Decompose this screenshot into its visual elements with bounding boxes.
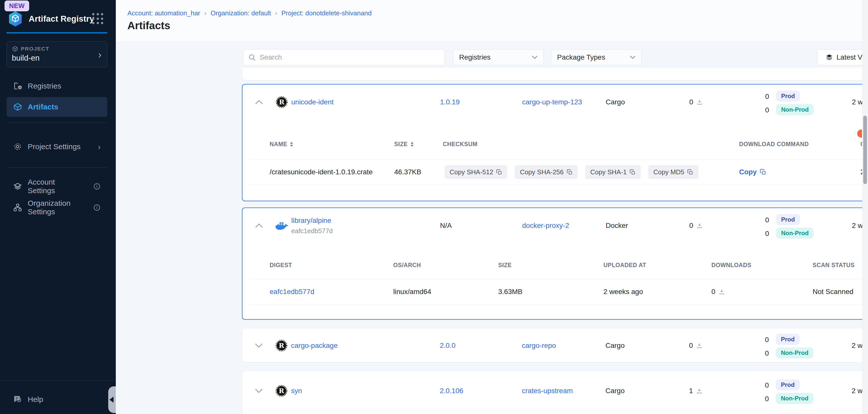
downloads-count: 1 — [689, 387, 693, 395]
non-prod-count: 0 — [759, 349, 769, 357]
chevron-down-icon — [630, 56, 636, 59]
artifact-version: N/A — [440, 221, 452, 230]
sidebar-item-artifacts[interactable]: Artifacts — [6, 97, 107, 117]
sidebar-item-project-settings[interactable]: Project Settings › — [6, 137, 107, 157]
project-selector[interactable]: PROJECT build-en › — [6, 41, 107, 67]
artifact-registry-link[interactable]: cargo-repo — [522, 342, 556, 350]
collapse-chevron-up-icon[interactable] — [255, 223, 262, 228]
breadcrumb-organization-link[interactable]: Organization: default — [211, 9, 271, 17]
digest-link[interactable]: eafc1edb577d — [270, 288, 314, 296]
file-row: /cratesunicode-ident-1.0.19.crate 46.37K… — [242, 160, 868, 184]
search-box — [243, 49, 445, 65]
sidebar-item-help[interactable]: ? Help — [6, 389, 107, 410]
copy-sha512-button[interactable]: Copy SHA-512 — [444, 165, 507, 179]
latest-versions-button[interactable]: Latest Versions — [817, 49, 868, 65]
svg-text:R: R — [279, 98, 284, 106]
artifact-registry-link[interactable]: crates-upstream — [522, 387, 573, 395]
artifact-card-library-alpine: library/alpine eafc1edb577d N/A docker-p… — [242, 207, 868, 320]
scrollbar-thumb[interactable] — [863, 116, 867, 184]
breadcrumb-account-link[interactable]: Account: automation_har — [127, 9, 200, 17]
layers-icon — [13, 182, 22, 191]
prod-count: 0 — [759, 216, 769, 224]
scrollbar-track — [862, 0, 868, 414]
artifact-registry-link[interactable]: cargo-up-temp-123 — [522, 98, 582, 106]
partially-visible-card — [242, 68, 868, 80]
app-switcher-icon[interactable] — [92, 13, 104, 25]
sidebar-item-organization-settings[interactable]: Organization Settings — [6, 198, 107, 217]
registries-filter-label: Registries — [459, 53, 490, 61]
artifact-name-cell: library/alpine eafc1edb577d — [291, 216, 333, 235]
checksum-chips: Copy SHA-512 Copy SHA-256 Copy SHA-1 Cop… — [444, 165, 698, 179]
collapse-chevron-up-icon[interactable] — [255, 100, 262, 104]
registries-filter-dropdown[interactable]: Registries — [453, 49, 544, 65]
digest-size: 3.63MB — [498, 288, 523, 296]
column-header-size[interactable]: SIZE — [394, 141, 414, 148]
project-name: build-en — [12, 54, 102, 63]
breadcrumb-separator: › — [275, 9, 277, 17]
uploaded-at: 2 weeks ago — [603, 288, 643, 296]
copy-download-command-button[interactable]: Copy — [739, 168, 766, 176]
artifacts-cube-icon — [13, 102, 22, 111]
search-icon — [248, 54, 256, 61]
triangle-left-icon — [110, 396, 114, 403]
column-header-size: SIZE — [498, 262, 512, 269]
chevron-right-icon: › — [98, 50, 101, 60]
column-header-downloads: DOWNLOADS — [711, 262, 751, 269]
breadcrumb-separator: › — [204, 9, 207, 17]
sidebar-item-label: Account Settings — [28, 178, 82, 195]
file-name: /cratesunicode-ident-1.0.19.crate — [270, 168, 373, 176]
artifact-name-link[interactable]: cargo-package — [291, 342, 338, 350]
artifact-version-link[interactable]: 2.0.0 — [440, 342, 456, 350]
new-badge: NEW — [4, 0, 29, 11]
sidebar-collapse-handle[interactable] — [108, 386, 116, 413]
search-input[interactable] — [259, 49, 441, 65]
breadcrumb-project-link[interactable]: Project: donotdelete-shivanand — [281, 9, 372, 17]
info-icon[interactable] — [93, 204, 101, 211]
expand-chevron-down-icon[interactable] — [255, 344, 262, 348]
non-prod-badge: Non-Prod — [776, 393, 813, 404]
non-prod-count: 0 — [759, 106, 769, 114]
artifact-name-link[interactable]: syn — [291, 387, 302, 395]
copy-icon — [760, 169, 766, 175]
artifact-header-row: library/alpine eafc1edb577d N/A docker-p… — [242, 208, 868, 243]
package-types-filter-dropdown[interactable]: Package Types — [551, 49, 642, 65]
column-header-name[interactable]: NAME — [270, 141, 293, 148]
svg-text:R: R — [279, 342, 284, 349]
copy-icon — [687, 169, 693, 175]
artifact-registry-link[interactable]: docker-proxy-2 — [522, 221, 569, 230]
download-icon — [718, 288, 725, 295]
download-icon — [696, 222, 703, 229]
sidebar-item-label: Organization Settings — [28, 199, 82, 216]
artifact-name-link[interactable]: library/alpine — [291, 216, 333, 225]
downloads-count: 0 — [689, 342, 693, 350]
sort-icon — [410, 142, 414, 147]
copy-icon — [567, 169, 573, 175]
artifact-header-row: R cargo-package 2.0.0 cargo-repo Cargo 0… — [242, 328, 868, 363]
artifact-version-link[interactable]: 1.0.19 — [440, 98, 460, 106]
package-types-filter-label: Package Types — [557, 53, 605, 61]
copy-sha1-button[interactable]: Copy SHA-1 — [585, 165, 641, 179]
column-header-download-command: DOWNLOAD COMMAND — [739, 141, 809, 148]
sort-icon — [290, 142, 293, 147]
os-arch: linux/amd64 — [393, 288, 431, 296]
sidebar-item-label: Registries — [28, 82, 61, 90]
help-label: Help — [28, 395, 43, 404]
info-icon[interactable] — [93, 183, 101, 190]
downloads-count: 0 — [711, 288, 715, 296]
copy-md5-button[interactable]: Copy MD5 — [648, 165, 698, 179]
project-cube-icon — [12, 45, 19, 52]
docker-package-icon — [275, 220, 289, 231]
sidebar-item-account-settings[interactable]: Account Settings — [6, 177, 107, 196]
sidebar-item-registries[interactable]: Registries — [6, 76, 107, 96]
column-header-checksum: CHECKSUM — [443, 141, 477, 148]
copy-sha256-button[interactable]: Copy SHA-256 — [515, 165, 578, 179]
prod-badge: Prod — [776, 379, 800, 390]
artifact-name-link[interactable]: unicode-ident — [291, 98, 334, 106]
prod-badge: Prod — [776, 334, 800, 345]
artifact-version-link[interactable]: 2.0.106 — [440, 387, 463, 395]
help-chat-icon: ? — [13, 395, 22, 404]
layers-icon — [826, 54, 833, 61]
expand-chevron-down-icon[interactable] — [255, 389, 262, 393]
copy-icon — [496, 169, 502, 175]
registries-icon — [13, 81, 22, 91]
